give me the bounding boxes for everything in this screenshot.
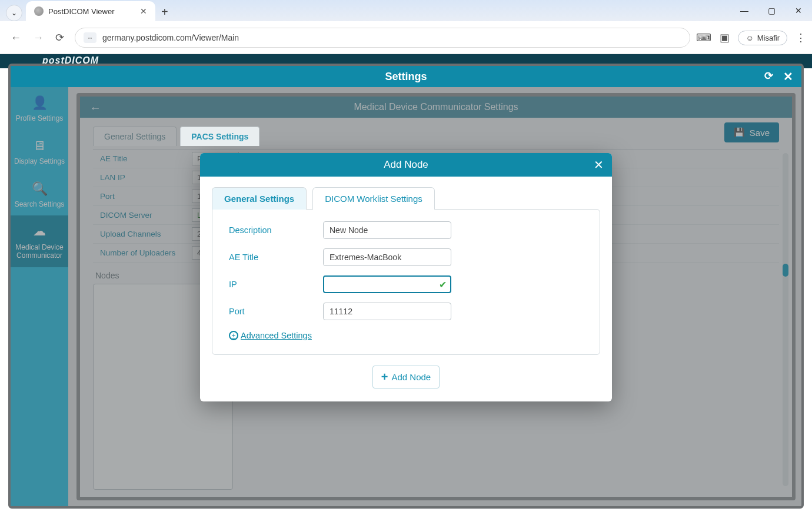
panel-icon[interactable]: ▣	[720, 31, 730, 44]
add-node-button[interactable]: + Add Node	[372, 366, 440, 388]
maximize-button[interactable]: ▢	[758, 0, 785, 21]
ip-label: IP	[229, 280, 323, 289]
ae-title-modal-label: AE Title	[229, 253, 323, 262]
url-text: germany.postdicom.com/Viewer/Main	[102, 33, 239, 42]
tab-close-icon[interactable]: ✕	[140, 6, 147, 16]
modal-close-icon[interactable]: ✕	[594, 158, 604, 172]
settings-title: Settings	[385, 71, 427, 83]
ip-input[interactable]	[323, 275, 451, 293]
port-input[interactable]	[323, 303, 451, 320]
modal-header: Add Node ✕	[200, 153, 612, 177]
address-bar[interactable]: ◦◦ germany.postdicom.com/Viewer/Main	[75, 28, 690, 48]
person-icon: ☺	[746, 34, 753, 42]
browser-chrome: ⌄ PostDICOM Viewer ✕ + — ▢ ✕ ← → ⟳ ◦◦ ge…	[0, 0, 812, 54]
tab-search-dropdown[interactable]: ⌄	[6, 5, 22, 21]
plus-icon: +	[381, 370, 388, 384]
modal-form: Description AE Title IP ✔ Port + Advan	[212, 209, 600, 355]
check-icon: ✔	[439, 279, 447, 290]
close-window-button[interactable]: ✕	[785, 0, 812, 21]
new-tab-button[interactable]: +	[161, 5, 168, 19]
modal-title: Add Node	[384, 159, 428, 171]
modal-tab-general[interactable]: General Settings	[212, 187, 307, 210]
tab-pacs-settings[interactable]: PACS Settings	[180, 127, 259, 146]
forward-icon[interactable]: →	[33, 32, 44, 44]
port-modal-label: Port	[229, 307, 323, 316]
description-label: Description	[229, 225, 323, 235]
ae-title-input[interactable]	[323, 248, 451, 266]
kebab-menu-icon[interactable]: ⋮	[796, 31, 806, 44]
tab-strip: ⌄ PostDICOM Viewer ✕ +	[0, 0, 812, 21]
translate-icon[interactable]: ⌨	[696, 31, 711, 44]
advanced-settings-label: Advanced Settings	[241, 331, 312, 340]
tab-title: PostDICOM Viewer	[48, 7, 114, 16]
modal-tabs: General Settings DICOM Worklist Settings	[212, 187, 600, 210]
back-icon[interactable]: ←	[11, 32, 21, 44]
close-icon[interactable]: ✕	[783, 69, 793, 84]
add-node-label: Add Node	[391, 372, 431, 382]
settings-header: Settings ⟳ ✕	[11, 66, 801, 87]
favicon	[34, 6, 44, 16]
modal-tab-worklist[interactable]: DICOM Worklist Settings	[312, 187, 435, 210]
window-controls: — ▢ ✕	[731, 0, 812, 21]
description-input[interactable]	[323, 221, 451, 239]
reload-icon[interactable]: ⟳	[55, 31, 64, 44]
add-node-modal: Add Node ✕ General Settings DICOM Workli…	[200, 153, 612, 401]
advanced-settings-link[interactable]: + Advanced Settings	[229, 331, 312, 340]
address-row: ← → ⟳ ◦◦ germany.postdicom.com/Viewer/Ma…	[0, 21, 812, 54]
minimize-button[interactable]: —	[731, 0, 758, 21]
site-settings-icon[interactable]: ◦◦	[84, 32, 96, 43]
refresh-icon[interactable]: ⟳	[764, 69, 773, 82]
profile-name: Misafir	[757, 34, 780, 42]
plus-circle-icon: +	[229, 331, 238, 340]
browser-tab[interactable]: PostDICOM Viewer ✕	[26, 1, 155, 21]
profile-chip[interactable]: ☺ Misafir	[738, 31, 787, 45]
